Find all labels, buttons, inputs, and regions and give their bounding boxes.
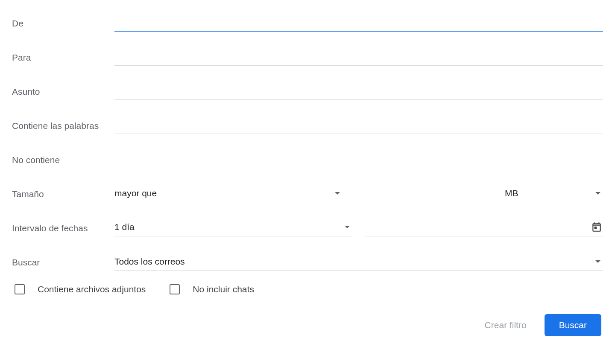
- label-not-has: No contiene: [12, 154, 114, 168]
- input-date-picker[interactable]: [365, 219, 603, 236]
- create-filter-button[interactable]: Crear filtro: [481, 316, 530, 335]
- checkbox-exclude-chats[interactable]: No incluir chats: [170, 284, 254, 294]
- label-date-range: Intervalo de fechas: [12, 222, 114, 236]
- select-size-comparator[interactable]: mayor que: [114, 186, 343, 202]
- caret-down-icon: [595, 192, 600, 195]
- search-button[interactable]: Buscar: [545, 314, 601, 336]
- checkbox-box-icon: [15, 284, 25, 294]
- caret-down-icon: [335, 192, 340, 195]
- row-has-words: Contiene las palabras: [12, 114, 603, 134]
- label-search-in: Buscar: [12, 256, 114, 271]
- size-comparator-value: mayor que: [114, 188, 331, 198]
- row-search-in: Buscar Todos los correos: [12, 250, 603, 271]
- select-size-unit[interactable]: MB: [505, 186, 603, 202]
- label-to: Para: [12, 52, 114, 66]
- label-subject: Asunto: [12, 86, 114, 100]
- caret-down-icon: [345, 226, 350, 228]
- checkbox-box-icon: [170, 284, 180, 294]
- size-unit-value: MB: [505, 188, 592, 198]
- input-size-number[interactable]: [355, 186, 492, 202]
- select-search-in[interactable]: Todos los correos: [114, 254, 603, 271]
- advanced-search-form: De Para Asunto Contiene las palabras No …: [12, 11, 603, 336]
- date-range-value: 1 día: [114, 222, 341, 232]
- actions-row: Crear filtro Buscar: [12, 314, 603, 336]
- label-from: De: [12, 17, 114, 32]
- row-size: Tamaño mayor que MB: [12, 182, 603, 202]
- svg-rect-0: [594, 227, 597, 229]
- input-not-has[interactable]: [114, 151, 603, 168]
- checkbox-label-exclude-chats: No incluir chats: [193, 284, 254, 294]
- select-date-range[interactable]: 1 día: [114, 219, 352, 236]
- row-date-range: Intervalo de fechas 1 día: [12, 216, 603, 236]
- input-from[interactable]: [114, 15, 603, 32]
- checkbox-row: Contiene archivos adjuntos No incluir ch…: [12, 284, 603, 294]
- search-in-value: Todos los correos: [114, 256, 592, 267]
- row-not-has: No contiene: [12, 148, 603, 168]
- row-subject: Asunto: [12, 79, 603, 100]
- calendar-icon: [591, 221, 602, 233]
- checkbox-label-has-attachment: Contiene archivos adjuntos: [38, 284, 146, 294]
- label-size: Tamaño: [12, 188, 114, 202]
- caret-down-icon: [595, 260, 600, 263]
- input-subject[interactable]: [114, 83, 603, 100]
- row-to: Para: [12, 45, 603, 66]
- row-from: De: [12, 11, 603, 32]
- input-has-words[interactable]: [114, 117, 603, 134]
- input-to[interactable]: [114, 49, 603, 66]
- checkbox-has-attachment[interactable]: Contiene archivos adjuntos: [15, 284, 146, 294]
- label-has-words: Contiene las palabras: [12, 120, 114, 134]
